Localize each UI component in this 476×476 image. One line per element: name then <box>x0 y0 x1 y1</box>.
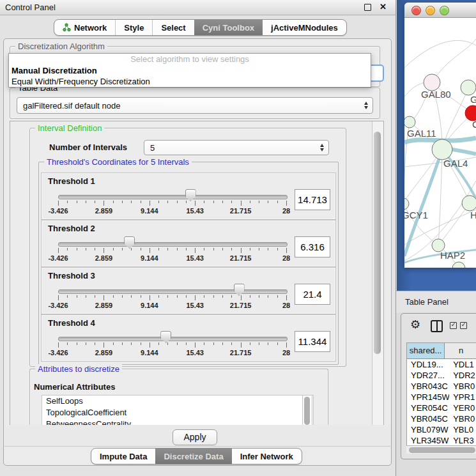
network-canvas[interactable]: GAL80GACGAL11GAL4GCY1HHAP2 <box>404 18 476 268</box>
tick-mark <box>231 248 232 250</box>
table-panel-bar[interactable]: Table Panel <box>396 291 476 312</box>
slider-thumb[interactable] <box>185 189 196 201</box>
tick-mark <box>286 248 287 253</box>
threshold-value-field[interactable]: 14.713 <box>295 189 330 210</box>
column-header-shared-name[interactable]: shared... <box>407 343 445 358</box>
table-row[interactable]: YBL079WYBL0 <box>407 424 476 435</box>
slider-thumb[interactable] <box>124 236 135 249</box>
tick-mark <box>122 248 123 250</box>
threshold-value-field[interactable]: 21.4 <box>295 284 330 305</box>
tab-network[interactable]: Network <box>54 20 115 35</box>
tick-mark <box>177 201 178 203</box>
tab-select[interactable]: Select <box>152 20 194 35</box>
tick-mark <box>141 201 141 203</box>
tick-mark <box>77 201 77 203</box>
network-node[interactable] <box>452 262 465 268</box>
tick-mark <box>86 295 86 298</box>
tick-mark <box>67 201 68 203</box>
columns-icon[interactable] <box>431 320 443 332</box>
scrollbar-thumb[interactable] <box>304 397 310 425</box>
threshold-slider-track[interactable] <box>58 289 288 294</box>
scrollbar-thumb[interactable] <box>409 447 475 453</box>
attributes-list-scrollbar[interactable] <box>302 395 312 426</box>
network-node[interactable] <box>404 116 415 128</box>
table-cell[interactable]: YDR2 <box>449 370 476 381</box>
table-horizontal-scrollbar[interactable] <box>406 445 476 454</box>
network-window-titlebar[interactable] <box>404 3 476 18</box>
checkbox-icon[interactable] <box>450 322 457 329</box>
minimize-traffic-light-icon[interactable] <box>426 6 435 15</box>
threshold-slider-track[interactable] <box>58 337 288 341</box>
tick-mark <box>213 201 214 203</box>
threshold-label: Threshold 4 <box>48 318 95 328</box>
slider-thumb[interactable] <box>160 331 171 343</box>
zoom-traffic-light-icon[interactable] <box>440 6 449 15</box>
table-cell[interactable]: YPR1 <box>449 392 476 403</box>
table-cell[interactable]: YBR045C <box>407 413 449 424</box>
checkbox-icon[interactable] <box>460 322 467 329</box>
close-traffic-light-icon[interactable] <box>411 6 421 15</box>
table-cell[interactable]: YBR0 <box>449 381 476 392</box>
network-node[interactable] <box>462 196 476 211</box>
network-edge[interactable] <box>432 39 476 82</box>
tick-mark <box>122 342 123 345</box>
network-node[interactable] <box>461 80 476 95</box>
table-cell[interactable]: YBR043C <box>407 381 449 392</box>
apply-button[interactable]: Apply <box>173 429 217 445</box>
tick-mark <box>177 248 178 250</box>
settings-scrollbar[interactable] <box>372 121 383 426</box>
network-edge[interactable] <box>404 40 476 68</box>
table-cell[interactable]: YBL079W <box>407 424 449 435</box>
close-icon[interactable]: ✕ <box>380 2 387 12</box>
control-panel-titlebar[interactable]: Control Panel ✕ <box>0 0 395 15</box>
threshold-slider-track[interactable] <box>58 242 288 247</box>
table-cell[interactable]: YER054C <box>407 403 449 413</box>
threshold-slider-track[interactable] <box>58 195 288 199</box>
tick-label: 21.715 <box>230 254 252 262</box>
table-cell[interactable]: YER0 <box>449 403 476 413</box>
table-data-combobox[interactable]: galFiltered.sif default node <box>17 97 373 114</box>
slider-thumb[interactable] <box>234 284 245 296</box>
list-item[interactable]: SelfLoops <box>42 395 313 407</box>
table-cell[interactable]: YLR3 <box>449 435 476 446</box>
gear-icon[interactable]: ⚙ <box>410 319 420 330</box>
threshold-value-field[interactable]: 6.316 <box>295 236 330 257</box>
list-item[interactable]: TopologicalCoefficient <box>42 407 313 418</box>
tick-label: 9.144 <box>141 254 158 262</box>
tick-mark <box>277 248 278 250</box>
tick-mark <box>250 201 250 203</box>
table-row[interactable]: YDL19...YDL1 <box>407 359 476 370</box>
threshold-value-field[interactable]: 11.344 <box>295 331 330 352</box>
tab-cyni-toolbox[interactable]: Cyni Toolbox <box>194 20 263 35</box>
network-node[interactable] <box>404 198 409 210</box>
float-window-icon[interactable] <box>364 4 371 11</box>
tab-discretize-data[interactable]: Discretize Data <box>155 449 231 464</box>
table-rows: YDL19...YDL1YDR27...YDR2YBR043CYBR0YPR14… <box>407 359 476 446</box>
tick-mark <box>113 248 114 250</box>
table-cell[interactable]: YDR27... <box>407 370 449 381</box>
table-row[interactable]: YLR345WYLR3 <box>407 435 476 446</box>
column-header-name[interactable]: n <box>445 343 476 358</box>
tab-jactivemnodules[interactable]: jActiveMNodules <box>263 20 346 35</box>
table-row[interactable]: YER054CYER0 <box>407 403 476 413</box>
tab-style[interactable]: Style <box>115 20 152 35</box>
tick-mark <box>177 342 178 345</box>
network-window[interactable]: GAL80GACGAL11GAL4GCY1HHAP2 <box>404 3 476 268</box>
table-cell[interactable]: YDL1 <box>449 359 476 370</box>
table-cell[interactable]: YLR345W <box>407 435 449 446</box>
table-cell[interactable]: YBL0 <box>449 424 476 435</box>
table-cell[interactable]: YDL19... <box>407 359 449 370</box>
dropdown-option-equal-width[interactable]: Equal Width/Frequency Discretization <box>9 76 371 87</box>
network-node[interactable] <box>432 139 452 160</box>
table-row[interactable]: YBR043CYBR0 <box>407 381 476 392</box>
table-cell[interactable]: YPR145W <box>407 392 449 403</box>
tab-infer-network[interactable]: Infer Network <box>232 449 302 464</box>
scrollbar-thumb[interactable] <box>374 132 381 354</box>
dropdown-option-manual[interactable]: Manual Discretization <box>9 65 371 76</box>
table-row[interactable]: YPR145WYPR1 <box>407 392 476 403</box>
number-of-intervals-combobox[interactable]: 5 <box>144 140 329 155</box>
tab-impute-data[interactable]: Impute Data <box>91 449 155 464</box>
table-cell[interactable]: YBR0 <box>449 413 476 424</box>
table-row[interactable]: YDR27...YDR2 <box>407 370 476 381</box>
table-row[interactable]: YBR045CYBR0 <box>407 413 476 424</box>
